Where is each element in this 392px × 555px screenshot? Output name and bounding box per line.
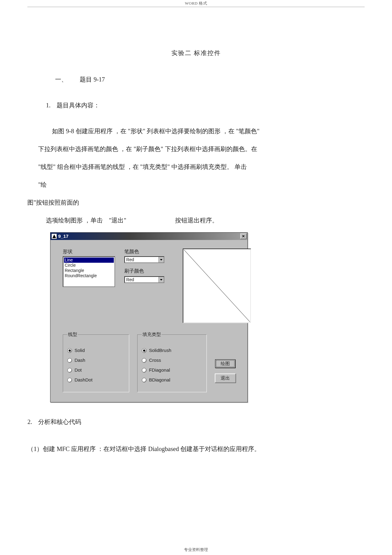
close-icon: ✕: [242, 234, 245, 238]
radio-label: SolidBrush: [149, 348, 171, 353]
paragraph-line: "线型" 组合框中选择画笔的线型 ，在 "填充类型" 中选择画刷填充类型。 单击: [27, 158, 365, 176]
paragraph-line: 如图 9-8 创建应用程序 ，在 "形状" 列表框中选择要绘制的图形 ，在 "笔…: [27, 122, 365, 140]
line-style-legend: 线型: [67, 332, 78, 337]
radio-icon: [67, 368, 72, 373]
pen-color-combo[interactable]: Red: [124, 256, 164, 263]
list-item[interactable]: Circle: [64, 263, 114, 268]
line-style-group: 线型 Solid Dash Dot: [63, 332, 129, 392]
shape-label: 形状: [63, 249, 118, 254]
radio-fdiagonal[interactable]: FDiagonal: [142, 367, 203, 373]
brush-color-label: 刷子颜色: [124, 268, 177, 274]
radio-icon: [67, 358, 72, 363]
chevron-down-icon[interactable]: [158, 277, 164, 282]
draw-button[interactable]: 绘图: [215, 359, 235, 368]
page-footer: 专业资料整理: [0, 547, 392, 553]
fill-type-legend: 填充类型: [142, 332, 162, 337]
list-item[interactable]: RoundRectangle: [64, 273, 114, 278]
close-button[interactable]: ✕: [240, 234, 246, 239]
radio-label: Dash: [74, 357, 85, 363]
item1-label: 1. 题目具体内容：: [27, 96, 365, 114]
paragraph-line: 下拉列表框中选择画笔的颜色 ，在 "刷子颜色" 下拉列表框中选择画刷的颜色。在: [27, 140, 365, 158]
combo-value: Red: [126, 277, 134, 282]
page-header: WORD 格式: [27, 0, 365, 7]
radio-icon: [67, 348, 72, 353]
brush-color-combo[interactable]: Red: [124, 276, 164, 283]
radio-label: Dot: [74, 367, 82, 373]
radio-icon: [142, 358, 146, 363]
radio-icon: [142, 348, 146, 353]
radio-dash[interactable]: Dash: [67, 357, 126, 363]
chevron-down-icon[interactable]: [158, 257, 164, 262]
title-bar[interactable]: 9_17 ✕: [50, 233, 247, 240]
radio-bdiagonal[interactable]: BDiagonal: [142, 377, 203, 383]
list-item[interactable]: Line: [64, 258, 114, 263]
radio-icon: [67, 378, 72, 382]
app-icon: [51, 234, 57, 239]
radio-dot[interactable]: Dot: [67, 367, 126, 373]
radio-label: BDiagonal: [149, 377, 170, 383]
experiment-title: 实验二 标准控件: [27, 44, 365, 62]
radio-solid[interactable]: Solid: [67, 348, 126, 353]
radio-label: DashDot: [74, 377, 92, 383]
list-item[interactable]: Rectangle: [64, 268, 114, 273]
radio-icon: [142, 378, 146, 382]
paragraph-line: 选项绘制图形 ，单击 "退出": [46, 211, 175, 229]
combo-value: Red: [126, 257, 134, 262]
radio-icon: [142, 368, 146, 373]
svg-line-0: [184, 250, 250, 322]
dialog-window: 9_17 ✕ 形状 笔颜色 Line: [50, 232, 248, 402]
radio-dashdot[interactable]: DashDot: [67, 377, 126, 383]
dialog-title: 9_17: [58, 234, 68, 239]
radio-cross[interactable]: Cross: [142, 357, 203, 363]
item2-label: 2. 分析和核心代码: [27, 413, 365, 431]
pen-color-label: 笔颜色: [124, 249, 177, 254]
shape-listbox[interactable]: Line Circle Rectangle RoundRectangle: [63, 256, 115, 287]
paragraph-line: "绘: [27, 176, 365, 194]
radio-label: FDiagonal: [149, 367, 170, 373]
fill-type-group: 填充类型 SolidBrush Cross FDiagonal: [137, 332, 207, 392]
drawing-canvas: [183, 249, 251, 323]
paragraph-line: 图"按钮按照前面的: [27, 194, 365, 211]
exit-button[interactable]: 退出: [215, 373, 236, 383]
radio-solidbrush[interactable]: SolidBrush: [142, 348, 203, 353]
paragraph-line: 按钮退出程序。: [175, 211, 218, 229]
step-1: （1）创建 MFC 应用程序 ：在对话框中选择 Dialogbased 创建基于…: [27, 440, 365, 458]
section-one-heading: 一、 题目 9-17: [27, 70, 365, 88]
radio-label: Solid: [74, 348, 85, 353]
radio-label: Cross: [149, 357, 161, 363]
